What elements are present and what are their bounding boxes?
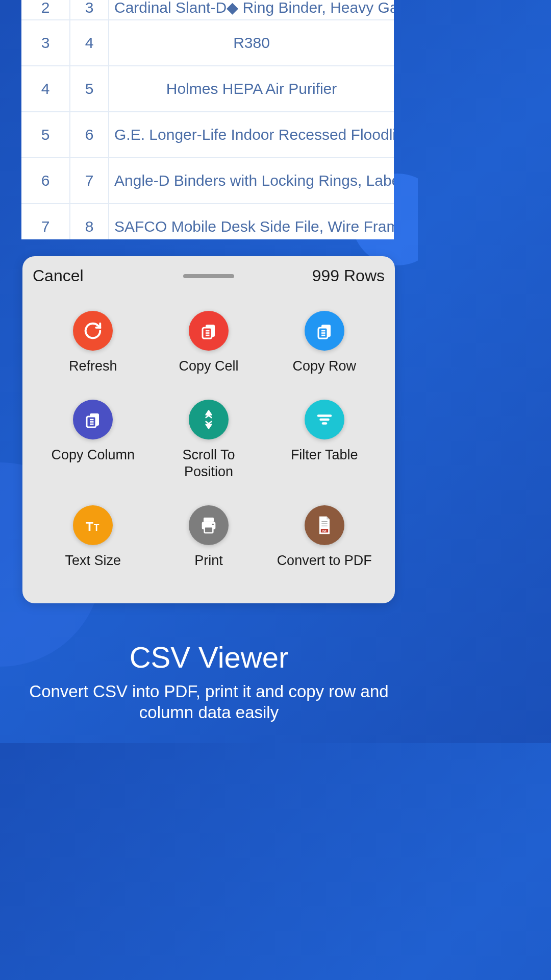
svg-point-25 (212, 524, 214, 525)
promo-subtitle: Convert CSV into PDF, print it and copy … (0, 681, 418, 723)
copy-row-button[interactable]: Copy Row (269, 311, 380, 374)
data-table[interactable]: 2 3 Cardinal Slant-D◆ Ring Binder, Heavy… (21, 0, 394, 239)
actions-bottom-sheet: Cancel 999 Rows Refresh Copy Cell Copy R… (22, 256, 395, 603)
data-cell[interactable]: Holmes HEPA Air Purifier (109, 66, 394, 111)
promo-title: CSV Viewer (0, 640, 418, 674)
drag-handle[interactable] (183, 274, 234, 278)
action-label: Copy Cell (179, 358, 238, 374)
filter-icon (305, 400, 344, 439)
action-label: Convert to PDF (277, 552, 372, 569)
print-icon (189, 505, 229, 545)
data-cell[interactable]: 7 (70, 158, 109, 203)
data-cell[interactable]: 6 (70, 112, 109, 157)
data-cell[interactable]: G.E. Longer-Life Indoor Recessed Floodli… (109, 112, 394, 157)
row-index-cell[interactable]: 3 (21, 20, 70, 65)
action-label: Scroll To Position (182, 447, 235, 480)
data-cell[interactable]: R380 (109, 20, 394, 65)
text-size-icon: TT (73, 505, 113, 545)
action-label: Filter Table (291, 447, 358, 463)
filter-table-button[interactable]: Filter Table (269, 400, 380, 480)
data-cell[interactable]: Cardinal Slant-D◆ Ring Binder, Heavy Gau… (109, 0, 394, 19)
convert-to-pdf-button[interactable]: PDF Convert to PDF (269, 505, 380, 569)
action-label: Copy Row (292, 358, 356, 374)
row-index-cell[interactable]: 7 (21, 204, 70, 239)
pdf-icon: PDF (305, 505, 344, 545)
copy-icon (305, 311, 344, 351)
row-index-cell[interactable]: 2 (21, 0, 70, 19)
action-label: Refresh (69, 358, 117, 374)
data-cell[interactable]: Angle-D Binders with Locking Rings, Labe… (109, 158, 394, 203)
table-row[interactable]: 7 8 SAFCO Mobile Desk Side File, Wire Fr… (21, 204, 394, 239)
data-cell[interactable]: 5 (70, 66, 109, 111)
action-label: Text Size (65, 552, 121, 569)
refresh-button[interactable]: Refresh (38, 311, 148, 374)
table-row[interactable]: 2 3 Cardinal Slant-D◆ Ring Binder, Heavy… (21, 0, 394, 20)
copy-icon (189, 311, 229, 351)
svg-rect-22 (204, 518, 214, 522)
data-cell[interactable]: SAFCO Mobile Desk Side File, Wire Fram (109, 204, 394, 239)
cancel-button[interactable]: Cancel (33, 266, 84, 285)
row-index-cell[interactable]: 4 (21, 66, 70, 111)
table-row[interactable]: 6 7 Angle-D Binders with Locking Rings, … (21, 158, 394, 204)
scroll-icon (189, 400, 229, 439)
copy-icon (73, 400, 113, 439)
table-row[interactable]: 5 6 G.E. Longer-Life Indoor Recessed Flo… (21, 112, 394, 158)
svg-marker-16 (206, 425, 212, 429)
svg-text:T: T (94, 523, 99, 533)
print-button[interactable]: Print (154, 505, 264, 569)
svg-text:T: T (86, 520, 93, 533)
text-size-button[interactable]: TT Text Size (38, 505, 148, 569)
data-cell[interactable]: 8 (70, 204, 109, 239)
rows-count-label: 999 Rows (312, 266, 385, 285)
svg-text:PDF: PDF (322, 529, 327, 532)
row-index-cell[interactable]: 6 (21, 158, 70, 203)
row-index-cell[interactable]: 5 (21, 112, 70, 157)
svg-marker-15 (206, 411, 212, 415)
table-row[interactable]: 4 5 Holmes HEPA Air Purifier (21, 66, 394, 112)
data-cell[interactable]: 3 (70, 0, 109, 19)
action-label: Print (194, 552, 223, 569)
copy-column-button[interactable]: Copy Column (38, 400, 148, 480)
copy-cell-button[interactable]: Copy Cell (154, 311, 264, 374)
scroll-to-position-button[interactable]: Scroll To Position (154, 400, 264, 480)
svg-rect-24 (205, 527, 213, 533)
refresh-icon (73, 311, 113, 351)
table-row[interactable]: 3 4 R380 (21, 20, 394, 66)
data-cell[interactable]: 4 (70, 20, 109, 65)
action-label: Copy Column (52, 447, 135, 463)
